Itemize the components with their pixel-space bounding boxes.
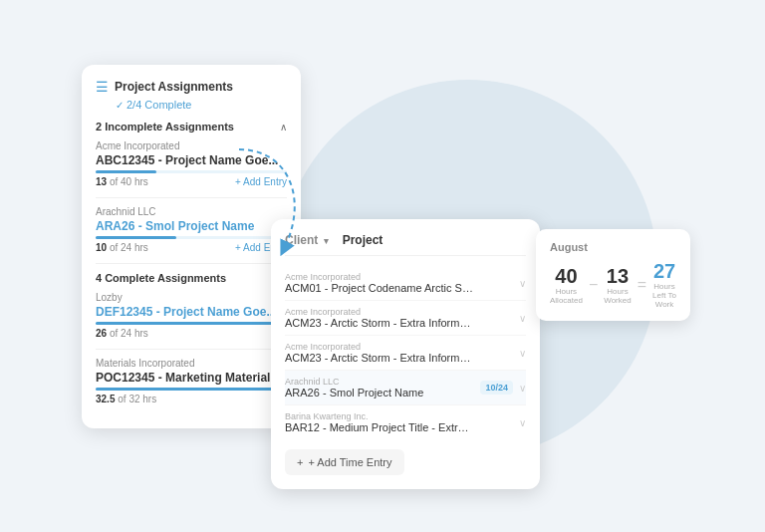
project-filter[interactable]: Project [343, 233, 383, 247]
assignment-project-1[interactable]: ABC12345 - Project Name Goe... [96, 153, 287, 167]
project-assignments-card: ☰ Project Assignments ✓ 2/4 Complete 2 I… [82, 65, 301, 428]
time-entries-card: Client ▾ Project Acme Incorporated ACM01… [271, 219, 540, 489]
progress-bar-2 [96, 236, 287, 239]
main-scene: ☰ Project Assignments ✓ 2/4 Complete 2 I… [0, 0, 765, 532]
card-title: Project Assignments [115, 80, 233, 94]
hrs-text-3: 26 of 24 hrs [96, 328, 148, 339]
entry-project-1: ACM23 - Arctic Storm - Extra Information [285, 317, 474, 329]
time-entry-left-4: Barina Kwarteng Inc. BAR12 - Medium Proj… [285, 411, 474, 433]
assignment-client-1: Acme Incorporated [96, 140, 287, 151]
incomplete-section-header[interactable]: 2 Incomplete Assignments ∧ [96, 121, 287, 133]
assignment-item-ara: Arachnid LLC ARA26 - Smol Project Name 1… [96, 206, 287, 253]
assignment-project-4[interactable]: POC12345 - Marketing Material [96, 371, 287, 385]
hrs-text-1: 13 of 40 hrs [96, 176, 148, 187]
entry-project-4: BAR12 - Medium Project Title - Extra Inf… [285, 421, 474, 433]
time-entry-left-1: Acme Incorporated ACM23 - Arctic Storm -… [285, 307, 474, 329]
assignment-item-poc: Materials Incorporated POC12345 - Market… [96, 358, 287, 404]
separator-minus: − [589, 276, 598, 294]
hrs-text-4: 32.5 of 32 hrs [96, 394, 156, 404]
time-entry-row-1[interactable]: Acme Incorporated ACM23 - Arctic Storm -… [285, 301, 526, 336]
progress-bar-3 [96, 322, 287, 325]
time-entry-row-0[interactable]: Acme Incorporated ACM01 - Project Codena… [285, 266, 526, 301]
time-entry-right-2: ∨ [519, 348, 526, 359]
time-badge-3: 10/24 [480, 381, 513, 395]
time-entry-left-0: Acme Incorporated ACM01 - Project Codena… [285, 272, 474, 294]
entry-client-3: Arachnid LLC [285, 377, 423, 387]
worked-stat: 13 HoursWorked [604, 266, 631, 305]
add-time-entry-label: + Add Time Entry [308, 456, 391, 468]
assignment-client-4: Materials Incorporated [96, 358, 287, 369]
entry-project-0: ACM01 - Project Codename Arctic Storm - … [285, 282, 474, 294]
divider-1 [96, 197, 287, 198]
august-title: August [550, 241, 676, 253]
time-entry-right-3: 10/24 ∨ [480, 381, 526, 395]
divider-3 [96, 349, 287, 350]
check-icon: ✓ [116, 100, 124, 111]
worked-label: HoursWorked [604, 287, 631, 305]
entry-client-0: Acme Incorporated [285, 272, 474, 282]
allocated-stat: 40 HoursAllocated [550, 266, 583, 305]
time-entry-row-3[interactable]: Arachnid LLC ARA26 - Smol Project Name 1… [285, 371, 526, 405]
complete-section-header[interactable]: 4 Complete Assignments ∧ [96, 272, 287, 284]
allocated-number: 40 [550, 266, 583, 286]
entry-project-3: ARA26 - Smol Project Name [285, 387, 423, 399]
row-chevron-3: ∨ [519, 383, 526, 394]
left-label: HoursLeft To Work [652, 282, 676, 309]
entry-client-2: Acme Incorporated [285, 342, 474, 352]
progress-fill-1 [96, 170, 156, 173]
add-time-entry-icon: + [297, 456, 303, 468]
assignment-footer-4: 32.5 of 32 hrs [96, 394, 287, 404]
entry-client-4: Barina Kwarteng Inc. [285, 411, 474, 421]
time-entry-row-4[interactable]: Barina Kwarteng Inc. BAR12 - Medium Proj… [285, 405, 526, 439]
list-icon: ☰ [96, 79, 109, 95]
time-entry-right-1: ∨ [519, 313, 526, 324]
incomplete-section-title: 2 Incomplete Assignments [96, 121, 234, 133]
august-stats: 40 HoursAllocated − 13 HoursWorked = 27 … [550, 261, 676, 309]
assignment-client-2: Arachnid LLC [96, 206, 287, 217]
hrs-text-2: 10 of 24 hrs [96, 242, 148, 253]
allocated-label: HoursAllocated [550, 287, 583, 305]
progress-fill-2 [96, 236, 176, 239]
client-filter[interactable]: Client ▾ [285, 233, 329, 247]
entry-project-2: ACM23 - Arctic Storm - Extra Information [285, 352, 474, 364]
assignment-project-3[interactable]: DEF12345 - Project Name Goe... [96, 305, 287, 319]
worked-number: 13 [604, 266, 631, 286]
time-entries-header: Client ▾ Project [285, 233, 526, 256]
left-number: 27 [652, 261, 676, 281]
progress-fill-4 [96, 388, 287, 391]
time-entry-right-0: ∨ [519, 278, 526, 289]
client-dropdown-icon: ▾ [324, 236, 329, 246]
progress-fill-3 [96, 322, 287, 325]
time-entry-left-3: Arachnid LLC ARA26 - Smol Project Name [285, 377, 423, 399]
complete-section-title: 4 Complete Assignments [96, 272, 226, 284]
entry-client-1: Acme Incorporated [285, 307, 474, 317]
card-header: ☰ Project Assignments [96, 79, 287, 95]
time-entry-right-4: ∨ [519, 417, 526, 428]
left-stat: 27 HoursLeft To Work [652, 261, 676, 309]
assignment-item-abc: Acme Incorporated ABC12345 - Project Nam… [96, 140, 287, 187]
row-chevron-4: ∨ [519, 417, 526, 428]
assignment-footer-1: 13 of 40 hrs + Add Entry [96, 176, 287, 187]
progress-bar-4 [96, 388, 287, 391]
assignment-item-def: Lozby DEF12345 - Project Name Goe... 26 … [96, 292, 287, 339]
assignment-client-3: Lozby [96, 292, 287, 303]
row-chevron-1: ∨ [519, 313, 526, 324]
row-chevron-2: ∨ [519, 348, 526, 359]
progress-bar-1 [96, 170, 287, 173]
august-summary-card: August 40 HoursAllocated − 13 HoursWorke… [536, 229, 690, 321]
time-entry-row-2[interactable]: Acme Incorporated ACM23 - Arctic Storm -… [285, 336, 526, 371]
card-subtitle: ✓ 2/4 Complete [116, 99, 287, 111]
add-entry-btn-1[interactable]: + Add Entry [235, 176, 287, 187]
divider-2 [96, 263, 287, 264]
add-time-entry-button[interactable]: + + Add Time Entry [285, 449, 404, 475]
incomplete-chevron-icon: ∧ [280, 122, 287, 133]
assignment-footer-3: 26 of 24 hrs [96, 328, 287, 339]
separator-equals: = [638, 276, 646, 294]
row-chevron-0: ∨ [519, 278, 526, 289]
assignment-project-2[interactable]: ARA26 - Smol Project Name [96, 219, 287, 233]
time-entry-left-2: Acme Incorporated ACM23 - Arctic Storm -… [285, 342, 474, 364]
assignment-footer-2: 10 of 24 hrs + Add Entry [96, 242, 287, 253]
